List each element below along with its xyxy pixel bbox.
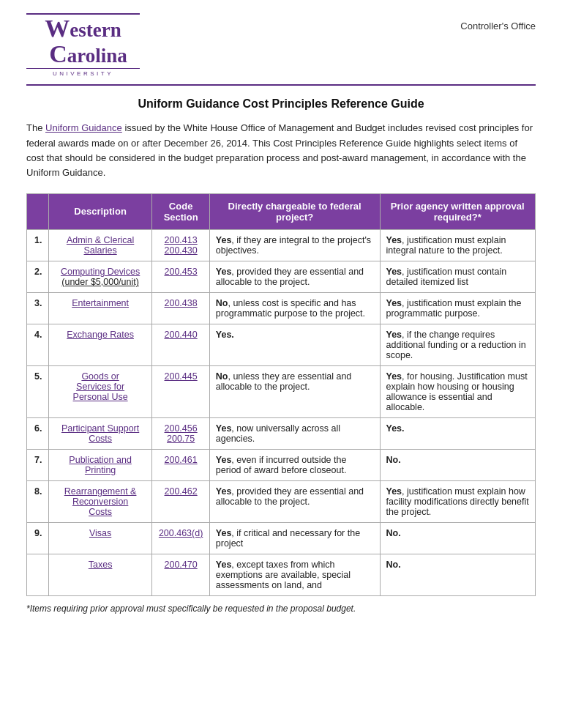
row-description: Participant SupportCosts: [48, 417, 152, 449]
row-prior: No.: [380, 554, 536, 595]
table-row: 9.Visas200.463(d)Yes, if critical and ne…: [27, 522, 536, 554]
row-code: 200.445: [152, 365, 209, 417]
row-description: Entertainment: [48, 292, 152, 324]
row-direct: Yes, except taxes from which exemptions …: [209, 554, 380, 595]
logo-bottom-line: [26, 68, 140, 70]
code-link[interactable]: 200.470: [165, 560, 198, 570]
description-link[interactable]: Visas: [89, 528, 111, 538]
row-prior: Yes, justification must explain the prog…: [380, 292, 536, 324]
row-prior: Yes.: [380, 417, 536, 449]
row-number: 8.: [27, 480, 49, 522]
intro-text-before: The: [26, 122, 45, 133]
row-code: 200.462: [152, 480, 209, 522]
code-link[interactable]: 200.413: [165, 235, 198, 245]
row-number: 2.: [27, 261, 49, 292]
page-title: Uniform Guidance Cost Principles Referen…: [26, 97, 536, 111]
logo-text: Western: [45, 15, 121, 42]
row-number: 6.: [27, 417, 49, 449]
col-header-num: [27, 193, 49, 229]
controller-office-label: Controller's Office: [460, 13, 536, 31]
page-header: Western Carolina UNIVERSITY Controller's…: [0, 0, 562, 77]
row-code: 200.461: [152, 449, 209, 480]
logo-c: C: [49, 41, 67, 67]
row-prior: Yes, for housing. Justification must exp…: [380, 365, 536, 417]
row-description: Exchange Rates: [48, 324, 152, 365]
col-header-direct: Directly chargeable to federal project?: [209, 193, 380, 229]
description-link[interactable]: Computing Devices: [61, 267, 140, 277]
description-link[interactable]: Admin & Clerical Salaries: [67, 235, 134, 256]
main-content: Uniform Guidance Cost Principles Referen…: [0, 86, 562, 628]
row-number: 9.: [27, 522, 49, 554]
row-direct: No, unless cost is specific and has prog…: [209, 292, 380, 324]
row-description: Goods orServices forPersonal Use: [48, 365, 152, 417]
row-number: [27, 554, 49, 595]
col-header-prior: Prior agency written approval required?*: [380, 193, 536, 229]
row-number: 1.: [27, 229, 49, 261]
row-code: 200.456200.75: [152, 417, 209, 449]
logo-top-line: [26, 13, 140, 15]
code-link[interactable]: 200.445: [165, 371, 198, 382]
logo-text2: Carolina: [49, 41, 127, 67]
row-prior: No.: [380, 449, 536, 480]
description-link[interactable]: Participant Support: [61, 423, 139, 434]
row-direct: Yes.: [209, 324, 380, 365]
row-description: Rearrangement &ReconversionCosts: [48, 480, 152, 522]
table-row: 5.Goods orServices forPersonal Use200.44…: [27, 365, 536, 417]
logo-w: W: [45, 15, 70, 42]
row-code: 200.438: [152, 292, 209, 324]
code-link[interactable]: 200.456: [165, 423, 198, 434]
logo-university: UNIVERSITY: [53, 70, 113, 77]
description-link[interactable]: Publication and: [69, 455, 131, 465]
table-row: 6.Participant SupportCosts200.456200.75Y…: [27, 417, 536, 449]
row-direct: Yes, provided they are essential and all…: [209, 480, 380, 522]
table-row: 4.Exchange Rates200.440Yes.Yes, if the c…: [27, 324, 536, 365]
row-description: Visas: [48, 522, 152, 554]
cost-principles-table: Description Code Section Directly charge…: [26, 193, 536, 596]
uniform-guidance-link[interactable]: Uniform Guidance: [45, 122, 122, 133]
intro-paragraph: The Uniform Guidance issued by the White…: [26, 121, 536, 180]
row-code: 200.453: [152, 261, 209, 292]
row-code: 200.440: [152, 324, 209, 365]
code-link[interactable]: 200.75: [167, 434, 195, 444]
table-row: 8.Rearrangement &ReconversionCosts200.46…: [27, 480, 536, 522]
col-header-description: Description: [48, 193, 152, 229]
logo: Western Carolina UNIVERSITY: [26, 13, 140, 77]
table-row: 7.Publication andPrinting200.461Yes, eve…: [27, 449, 536, 480]
row-description: Computing Devices(under $5,000/unit): [48, 261, 152, 292]
row-description: Taxes: [48, 554, 152, 595]
code-link[interactable]: 200.462: [165, 486, 198, 497]
row-number: 4.: [27, 324, 49, 365]
row-description: Admin & Clerical Salaries: [48, 229, 152, 261]
row-direct: Yes, even if incurred outside the period…: [209, 449, 380, 480]
row-code: 200.413200.430: [152, 229, 209, 261]
code-link[interactable]: 200.463(d): [159, 528, 203, 538]
row-direct: Yes, provided they are essential and all…: [209, 261, 380, 292]
row-prior: No.: [380, 522, 536, 554]
row-number: 5.: [27, 365, 49, 417]
row-direct: Yes, now universally across all agencies…: [209, 417, 380, 449]
row-prior: Yes, justification must explain integral…: [380, 229, 536, 261]
row-prior: Yes, justification must contain detailed…: [380, 261, 536, 292]
table-header-row: Description Code Section Directly charge…: [27, 193, 536, 229]
table-row: 1.Admin & Clerical Salaries200.413200.43…: [27, 229, 536, 261]
description-link[interactable]: Goods or: [81, 371, 119, 382]
table-row: 2.Computing Devices(under $5,000/unit)20…: [27, 261, 536, 292]
code-link[interactable]: 200.453: [165, 267, 198, 277]
row-number: 3.: [27, 292, 49, 324]
description-link[interactable]: Rearrangement &: [64, 486, 137, 497]
row-prior: Yes, justification must explain how faci…: [380, 480, 536, 522]
col-header-code: Code Section: [152, 193, 209, 229]
code-link[interactable]: 200.430: [165, 245, 198, 256]
description-link[interactable]: Entertainment: [72, 298, 129, 308]
row-description: Publication andPrinting: [48, 449, 152, 480]
row-direct: Yes, if critical and necessary for the p…: [209, 522, 380, 554]
description-link[interactable]: Taxes: [89, 560, 113, 570]
table-row: 3.Entertainment200.438No, unless cost is…: [27, 292, 536, 324]
row-number: 7.: [27, 449, 49, 480]
row-direct: No, unless they are essential and alloca…: [209, 365, 380, 417]
code-link[interactable]: 200.438: [165, 298, 198, 308]
code-link[interactable]: 200.461: [165, 455, 198, 465]
description-link[interactable]: Exchange Rates: [67, 330, 134, 340]
code-link[interactable]: 200.440: [165, 330, 198, 340]
footnote: *Items requiring prior approval must spe…: [26, 603, 536, 614]
